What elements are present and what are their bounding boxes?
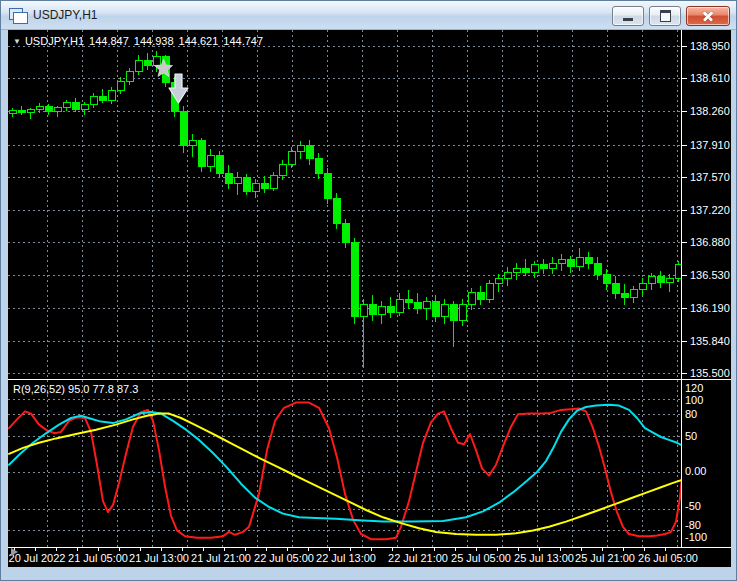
symbol-dropdown-icon[interactable]: ▼: [13, 37, 21, 46]
candle: [189, 141, 196, 146]
close-icon: [702, 10, 714, 22]
candle: [459, 305, 466, 321]
candle: [405, 299, 412, 303]
candle: [513, 269, 520, 273]
candle: [522, 269, 529, 273]
candle: [414, 303, 421, 309]
restore-button[interactable]: [649, 6, 681, 26]
price-scale-label[interactable]: 136.880: [690, 236, 730, 248]
candle: [306, 146, 313, 159]
indicator-scale-label[interactable]: 0.00: [685, 465, 706, 477]
indicator-scale-label[interactable]: -100: [685, 531, 707, 543]
candle: [27, 110, 34, 113]
indicator-line-R52: [9, 414, 684, 535]
time-scale-label[interactable]: 26 Jul 05:00: [638, 552, 698, 564]
indicator-lines: [9, 403, 684, 540]
candle: [180, 111, 187, 145]
candle: [648, 276, 655, 283]
candle: [558, 259, 565, 263]
chart-canvas[interactable]: 138.950138.610138.260137.910137.570137.2…: [8, 30, 731, 567]
time-scale-label[interactable]: 25 Jul 05:00: [451, 552, 511, 564]
candle: [540, 265, 547, 269]
candle: [45, 107, 52, 112]
indicator-scale-label[interactable]: -80: [685, 519, 701, 531]
candle: [288, 151, 295, 164]
indicator-scale-label[interactable]: 120: [685, 382, 703, 394]
symbol-period-label: USDJPY,H1: [25, 35, 84, 47]
close-value: 144.747: [223, 35, 263, 47]
candle: [369, 305, 376, 314]
title-bar[interactable]: USDJPY,H1: [1, 1, 736, 30]
candle: [549, 263, 556, 269]
candle: [423, 302, 430, 309]
minimize-button[interactable]: [612, 6, 644, 26]
indicator-scale-label[interactable]: 50: [685, 430, 697, 442]
chart-shift-icon: [11, 548, 18, 556]
chart-client-area: 138.950138.610138.260137.910137.570137.2…: [8, 30, 731, 567]
chart-window-icon: [9, 8, 27, 23]
price-scale-label[interactable]: 137.910: [690, 139, 730, 151]
candle: [360, 305, 367, 316]
price-scale-label[interactable]: 138.260: [690, 105, 730, 117]
price-scale-label[interactable]: 135.500: [690, 367, 730, 379]
candle: [639, 283, 646, 290]
candle: [486, 284, 493, 299]
candle: [90, 96, 97, 105]
time-scale-label[interactable]: 25 Jul 13:00: [514, 552, 574, 564]
time-scale-label[interactable]: 22 Jul 05:00: [254, 552, 314, 564]
candle: [477, 292, 484, 299]
candle: [432, 302, 439, 316]
time-scale-label[interactable]: 25 Jul 21:00: [575, 552, 635, 564]
candle: [675, 265, 682, 278]
indicator-label: R(9,26,52) 95.0 77.8 87.3: [13, 383, 138, 395]
price-scale-label[interactable]: 138.610: [690, 72, 730, 84]
price-scale-label[interactable]: 137.220: [690, 204, 730, 216]
candle: [567, 259, 574, 267]
time-scale-label[interactable]: 22 Jul 21:00: [388, 552, 448, 564]
candle: [108, 91, 115, 100]
candle: [81, 105, 88, 110]
window-title: USDJPY,H1: [33, 8, 97, 22]
price-scale-label[interactable]: 137.570: [690, 171, 730, 183]
candle: [342, 223, 349, 242]
price-scale-label[interactable]: 136.190: [690, 302, 730, 314]
close-button[interactable]: [686, 6, 730, 26]
grid: [8, 30, 681, 547]
candle: [225, 174, 232, 183]
candle: [351, 242, 358, 316]
candle: [531, 265, 538, 273]
candle: [576, 257, 583, 266]
price-scale-label[interactable]: 138.950: [690, 40, 730, 52]
time-scale-label[interactable]: 22 Jul 13:00: [316, 552, 376, 564]
down-arrow-marker[interactable]: [167, 73, 191, 109]
indicator-scale-label[interactable]: 80: [685, 408, 697, 420]
candle: [270, 176, 277, 188]
candle: [612, 284, 619, 293]
candle: [234, 178, 241, 184]
candle: [135, 60, 142, 71]
candle: [261, 183, 268, 188]
low-value: 144.621: [179, 35, 219, 47]
time-scale-label[interactable]: 21 Jul 21:00: [191, 552, 251, 564]
price-scale-label[interactable]: 136.530: [690, 269, 730, 281]
candle: [387, 307, 394, 313]
candle: [117, 81, 124, 90]
candle: [54, 108, 61, 112]
candle: [603, 274, 610, 283]
candle: [72, 103, 79, 110]
candle: [9, 110, 16, 113]
candle: [621, 293, 628, 297]
price-scale-label[interactable]: 135.840: [690, 335, 730, 347]
indicator-scale-label[interactable]: -50: [685, 500, 701, 512]
time-scale-label[interactable]: 21 Jul 13:00: [129, 552, 189, 564]
indicator-line-R26: [9, 405, 684, 522]
candle: [216, 155, 223, 174]
time-scale-label[interactable]: 21 Jul 05:00: [68, 552, 128, 564]
candle: [657, 276, 664, 282]
candle: [126, 72, 133, 81]
candle: [36, 107, 43, 110]
candle: [468, 292, 475, 304]
candle: [396, 299, 403, 312]
candle: [18, 110, 25, 112]
indicator-scale-label[interactable]: 100: [685, 394, 703, 406]
